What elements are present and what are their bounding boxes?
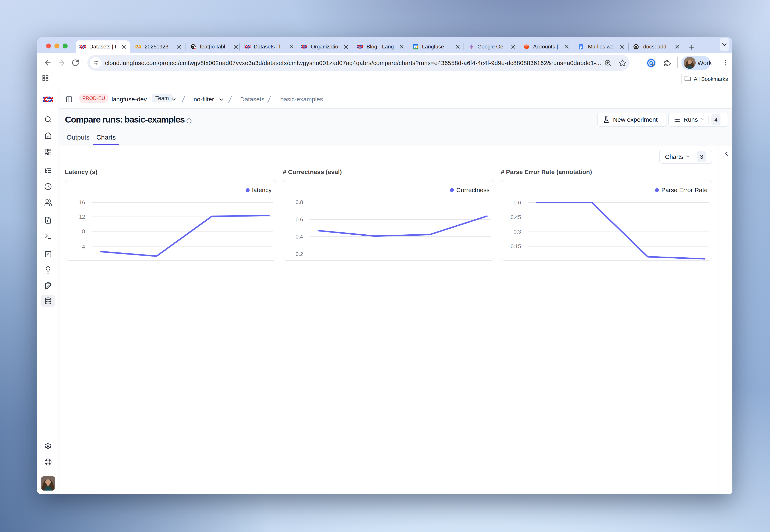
svg-text:0.15: 0.15 [510,243,521,249]
svg-text:0.6: 0.6 [513,199,521,206]
svg-text:12: 12 [79,214,85,220]
svg-text:0.3: 0.3 [513,229,521,235]
svg-text:0.45: 0.45 [510,214,521,220]
svg-text:4: 4 [82,244,85,250]
svg-text:8: 8 [82,228,85,234]
svg-text:6: 6 [415,45,416,48]
svg-text:16: 16 [79,199,85,205]
svg-text:0.4: 0.4 [296,234,303,240]
svg-text:0.6: 0.6 [296,216,303,222]
svg-text:0.8: 0.8 [296,199,303,205]
svg-text:0.2: 0.2 [296,251,303,257]
